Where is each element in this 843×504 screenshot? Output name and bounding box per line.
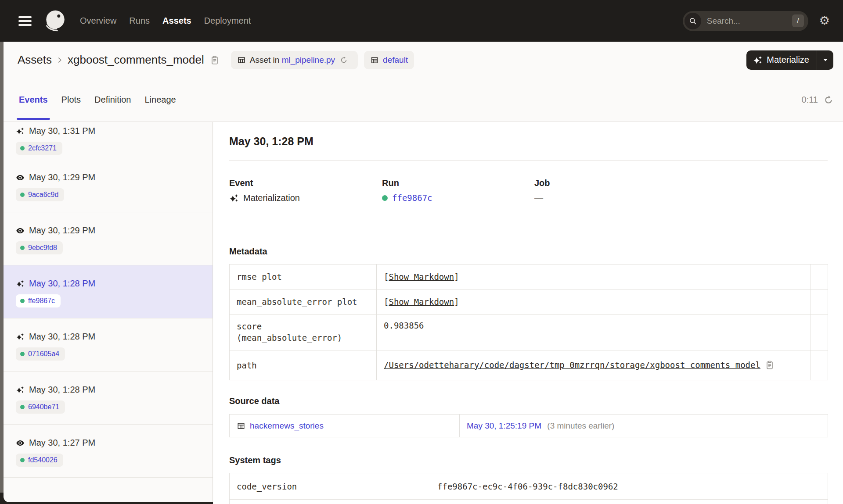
materialization-icon [16,127,25,136]
materialize-dropdown-button[interactable] [817,50,833,70]
bracket: [ [384,272,389,282]
run-id-link[interactable]: 9aca6c9d [28,191,58,199]
source-data-heading: Source data [229,396,279,406]
table-icon [237,56,246,64]
copy-asset-name-icon[interactable] [210,55,220,65]
asset-in-label: Asset in [250,55,282,65]
run-id-link[interactable]: 9ebc9fd8 [28,244,57,252]
metadata-row: path /Users/odetteharary/code/dagster/tm… [230,350,828,380]
source-asset-cell: hackernews_stories [230,415,460,437]
system-tags-heading: System tags [229,455,281,465]
nav-item-assets[interactable]: Assets [162,16,191,26]
run-id-badge[interactable]: 071605a4 [16,347,65,361]
search-icon [684,13,701,29]
nav-links: Overview Runs Assets Deployment [80,16,251,26]
reload-definitions-icon[interactable] [340,56,348,64]
chevron-right-icon [56,56,64,64]
source-timestamp-link[interactable]: May 30, 1:25:19 PM [467,421,541,430]
tabs-row: Events Plots Definition Lineage 0:11 [4,78,843,122]
job-value: — [534,193,543,203]
breadcrumb-row: Assets xgboost_comments_model Asset in m… [4,42,843,78]
run-id-link[interactable]: 6940be71 [28,403,59,411]
job-column-label: Job [534,178,550,188]
system-tags-table: code_version ffe9867c-ec9c-4f06-939c-f8d… [229,473,828,504]
gear-icon[interactable]: ⚙ [819,15,830,27]
run-id-badge[interactable]: ffe9867c [16,294,61,307]
event-list-item[interactable]: May 30, 1:29 PM 9ebc9fd8 [4,212,213,265]
search-input[interactable]: Search... / [683,11,808,31]
nav-item-overview[interactable]: Overview [80,16,116,26]
copy-path-icon[interactable] [765,360,775,370]
event-list-item[interactable]: May 30, 1:28 PM 6940be71 [4,372,213,425]
event-list-item[interactable]: May 30, 1:27 PM fd540026 [4,425,213,478]
tab-events[interactable]: Events [19,78,48,122]
run-status-dot [20,352,25,356]
metadata-value: 0.983856 [377,315,811,350]
show-markdown-link[interactable]: Show Markdown [389,297,454,307]
source-asset-link[interactable]: hackernews_stories [250,421,324,431]
observation-icon [16,439,25,447]
breadcrumb-assets-link[interactable]: Assets [18,53,52,67]
run-id-link[interactable]: ffe9867c [392,193,432,203]
run-status-dot [20,146,25,150]
run-id-badge[interactable]: 2cfc3271 [16,142,62,155]
source-data-table: hackernews_stories May 30, 1:25:19 PM (3… [229,414,828,437]
tab-lineage[interactable]: Lineage [144,78,176,122]
metadata-table: rmse plot [Show Markdown] mean_absolute_… [229,264,828,380]
run-status-dot [20,193,25,197]
metadata-empty-cell [811,350,828,380]
search-placeholder: Search... [707,16,792,26]
run-id-badge[interactable]: 6940be71 [16,400,65,414]
run-status-dot [20,299,25,303]
asset-definition-pill: Asset in ml_pipeline.py [231,51,358,69]
show-markdown-link[interactable]: Show Markdown [389,272,454,282]
event-timestamp: May 30, 1:28 PM [29,279,95,289]
system-tag-key [230,500,430,504]
system-tag-row: code_version ffe9867c-ec9c-4f06-939c-f8d… [230,473,828,500]
event-timestamp: May 30, 1:31 PM [29,126,95,136]
run-id-link[interactable]: 2cfc3271 [28,144,57,152]
asset-name-title: xgboost_comments_model [68,53,204,67]
materialize-button[interactable]: Materialize [746,50,817,70]
nav-item-runs[interactable]: Runs [129,16,150,26]
system-tag-value: ffe9867c-ec9c-4f06-939c-f8dc830c0962 [430,473,828,500]
materialization-icon [16,279,25,288]
event-list-item-selected[interactable]: May 30, 1:28 PM ffe9867c [4,265,213,318]
dagster-asset-page: Overview Runs Assets Deployment Search..… [0,0,843,504]
refresh-icon[interactable] [824,95,833,105]
metadata-row: score (mean_absolute_error) 0.983856 [230,315,828,350]
run-id-badge[interactable]: 9aca6c9d [16,188,64,201]
top-nav: Overview Runs Assets Deployment Search..… [0,0,843,42]
event-list-item[interactable]: May 30, 1:31 PM 2cfc3271 [4,122,213,159]
event-timestamp: May 30, 1:27 PM [29,438,95,448]
run-id-link[interactable]: 071605a4 [28,350,59,358]
divider [229,234,828,234]
metadata-row: rmse plot [Show Markdown] [230,265,828,290]
pipeline-file-link[interactable]: ml_pipeline.py [282,55,335,65]
metadata-key: path [230,350,377,380]
run-id-badge[interactable]: 9ebc9fd8 [16,241,63,254]
run-id-link[interactable]: fd540026 [28,456,58,464]
tab-definition[interactable]: Definition [94,78,131,122]
divider [229,160,828,161]
event-type-label: Materialization [243,193,300,203]
run-id-link[interactable]: ffe9867c [28,297,55,305]
repository-link[interactable]: default [383,55,408,65]
tab-plots[interactable]: Plots [61,78,81,122]
source-relative-time: (3 minutes earlier) [547,421,614,430]
run-value: ffe9867c [382,193,432,203]
storage-path-link[interactable]: /Users/odetteharary/code/dagster/tmp_0mz… [384,360,760,370]
nav-item-deployment[interactable]: Deployment [204,16,251,26]
event-list-item[interactable]: May 30, 1:28 PM 071605a4 [4,318,213,372]
event-list-item[interactable]: May 30, 1:29 PM 9aca6c9d [4,159,213,212]
dagster-logo-icon[interactable] [42,8,68,34]
event-timestamp: May 30, 1:28 PM [29,332,95,342]
run-id-badge[interactable]: fd540026 [16,454,63,467]
source-time-cell: May 30, 1:25:19 PM (3 minutes earlier) [460,415,828,437]
metadata-empty-cell [811,315,828,350]
source-data-row: hackernews_stories May 30, 1:25:19 PM (3… [230,415,828,437]
metadata-row: mean_absolute_error plot [Show Markdown] [230,290,828,315]
materialize-sparkle-icon [753,55,763,65]
hamburger-menu-icon[interactable] [18,16,32,26]
metadata-key: mean_absolute_error plot [230,290,377,315]
